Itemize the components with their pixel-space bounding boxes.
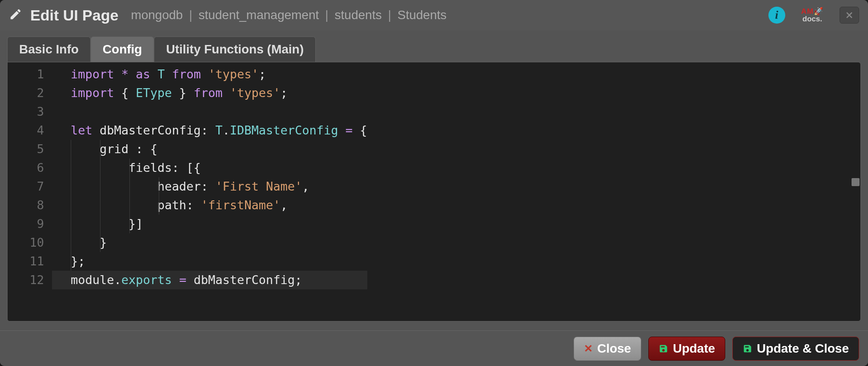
save-icon — [659, 344, 668, 354]
title-bar: Edit UI Page mongodb | student_managemen… — [0, 0, 868, 30]
close-button-label: Close — [597, 342, 631, 356]
update-button-label: Update — [673, 342, 715, 356]
breadcrumb-item[interactable]: student_management — [198, 8, 319, 22]
update-button[interactable]: Update — [648, 337, 725, 361]
tab-utility-functions[interactable]: Utility Functions (Main) — [154, 37, 316, 62]
dialog-title: Edit UI Page — [30, 7, 118, 24]
edit-icon — [9, 8, 22, 23]
breadcrumb-item[interactable]: mongodb — [131, 8, 183, 22]
close-icon: ✕ — [584, 342, 593, 355]
info-button[interactable]: i — [768, 7, 785, 24]
update-and-close-button[interactable]: Update & Close — [732, 337, 859, 361]
breadcrumb-item[interactable]: Students — [398, 8, 447, 22]
breadcrumb: mongodb | student_management | students … — [131, 8, 446, 22]
close-button[interactable]: ✕ Close — [574, 337, 641, 361]
breadcrumb-separator: | — [189, 8, 192, 22]
editor-content[interactable]: import * as T from 'types';import { ETyp… — [52, 62, 367, 321]
dialog-footer: ✕ Close Update Update & Close — [0, 330, 868, 366]
breadcrumb-separator: | — [325, 8, 328, 22]
breadcrumb-separator: | — [388, 8, 391, 22]
code-editor[interactable]: 123456789101112 import * as T from 'type… — [7, 62, 861, 321]
docs-label-top: AM🚀 — [801, 8, 824, 15]
scrollbar-thumb[interactable] — [852, 178, 860, 186]
dialog-window: Edit UI Page mongodb | student_managemen… — [0, 0, 868, 366]
save-icon — [743, 344, 752, 354]
dialog-body: Basic Info Config Utility Functions (Mai… — [0, 30, 868, 330]
editor-gutter: 123456789101112 — [8, 62, 52, 321]
breadcrumb-item[interactable]: students — [335, 8, 382, 22]
docs-label-bottom: docs. — [803, 15, 822, 23]
close-dialog-button[interactable] — [840, 7, 859, 24]
update-close-button-label: Update & Close — [757, 342, 849, 356]
tab-config[interactable]: Config — [91, 37, 154, 62]
tab-basic-info[interactable]: Basic Info — [7, 37, 91, 62]
tab-bar: Basic Info Config Utility Functions (Mai… — [7, 37, 861, 62]
docs-link[interactable]: AM🚀 docs. — [801, 8, 824, 23]
